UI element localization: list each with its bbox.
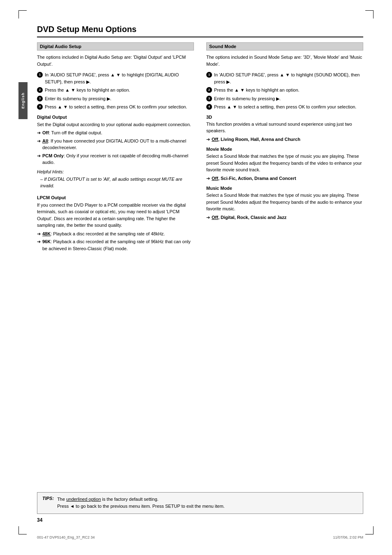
music-mode-options-text: Off, Digital, Rock, Classic and Jazz <box>212 214 286 221</box>
arrow-icon-3: ➔ <box>37 152 41 159</box>
tips-line1: The underlined option is the factory def… <box>57 496 224 503</box>
footer-left: 001-47 DVP5140_Eng_37_RC2 34 <box>37 535 95 539</box>
helpful-hints-text: – If DIGITAL OUTPUT is set to 'All', all… <box>40 176 194 189</box>
right-step-3-text: Enter its submenu by pressing ▶. <box>214 95 281 102</box>
arrow-icon-2: ➔ <box>37 138 41 145</box>
right-steps-list: 1 In 'AUDIO SETUP PAGE', press ▲ ▼ to hi… <box>206 71 363 111</box>
corner-mark-br <box>365 526 374 534</box>
left-step-4-text: Press ▲ ▼ to select a setting, then pres… <box>45 104 187 111</box>
arrow-icon-5: ➔ <box>37 238 41 245</box>
digital-output-desc: Set the Digital output according to your… <box>37 121 194 128</box>
left-step-3-text: Enter its submenu by pressing ▶. <box>45 95 111 102</box>
page-title: DVD Setup Menu Options <box>37 25 363 37</box>
right-step-2-text: Press the ▲ ▼ keys to highlight an optio… <box>214 87 300 94</box>
3d-options-text: Off, Living Room, Hall, Arena and Church <box>212 136 300 143</box>
right-step-number-3: 3 <box>206 96 212 101</box>
corner-mark-tl <box>18 10 27 18</box>
right-step-4-text: Press ▲ ▼ to select a setting, then pres… <box>214 104 356 111</box>
tips-label: TIPS: <box>42 496 54 501</box>
lpcm-output-heading: LPCM Output <box>37 195 194 200</box>
3d-heading: 3D <box>206 115 363 120</box>
digital-output-pcm: ➔ PCM Only: Only if your receiver is not… <box>37 152 194 166</box>
music-mode-heading: Music Mode <box>206 186 363 191</box>
arrow-icon-7: ➔ <box>206 175 210 182</box>
movie-mode-options-text: Off, Sci-Fic, Action, Drama and Concert <box>212 175 296 182</box>
movie-mode-options: ➔ Off, Sci-Fic, Action, Drama and Concer… <box>206 175 363 182</box>
right-step-2: 2 Press the ▲ ▼ keys to highlight an opt… <box>206 87 363 94</box>
tips-content: The underlined option is the factory def… <box>57 496 224 510</box>
left-step-2: 2 Press the ▲ ▼ keys to highlight an opt… <box>37 87 194 94</box>
left-step-4: 4 Press ▲ ▼ to select a setting, then pr… <box>37 104 194 111</box>
language-tab: English <box>18 82 28 119</box>
left-steps-list: 1 In 'AUDIO SETUP PAGE', press ▲ ▼ to hi… <box>37 71 194 111</box>
movie-mode-desc: Select a Sound Mode that matches the typ… <box>206 153 363 173</box>
tips-line2: Press ◄ to go back to the previous menu … <box>57 503 224 510</box>
arrow-icon-4: ➔ <box>37 230 41 237</box>
right-step-number-1: 1 <box>206 72 212 78</box>
content-columns: Digital Audio Setup The options included… <box>37 42 363 253</box>
arrow-icon-8: ➔ <box>206 214 210 221</box>
3d-desc: This function provides a virtual surroun… <box>206 121 363 134</box>
left-intro-text: The options included in Digital Audio Se… <box>37 54 194 67</box>
right-step-number-4: 4 <box>206 104 212 110</box>
step-number-3: 3 <box>37 96 43 101</box>
digital-output-pcm-text: PCM Only: Only if your receiver is not c… <box>42 152 194 166</box>
left-column: Digital Audio Setup The options included… <box>37 42 194 253</box>
tips-box: TIPS: The underlined option is the facto… <box>37 492 363 514</box>
right-step-4: 4 Press ▲ ▼ to select a setting, then pr… <box>206 104 363 111</box>
arrow-icon-6: ➔ <box>206 136 210 143</box>
music-mode-options: ➔ Off, Digital, Rock, Classic and Jazz <box>206 214 363 221</box>
helpful-hints-label: Helpful Hints: <box>37 169 194 174</box>
page-number: 34 <box>37 517 42 523</box>
digital-output-off: ➔ Off: Turn off the digital output. <box>37 129 194 136</box>
lpcm-96k: ➔ 96K: Playback a disc recorded at the s… <box>37 238 194 252</box>
right-step-number-2: 2 <box>206 87 212 93</box>
step-number-1: 1 <box>37 72 43 78</box>
digital-output-all: ➔ All: If you have connected your DIGITA… <box>37 138 194 151</box>
right-step-1: 1 In 'AUDIO SETUP PAGE', press ▲ ▼ to hi… <box>206 71 363 85</box>
music-mode-desc: Select a Sound Mode that matches the typ… <box>206 192 363 212</box>
left-step-3: 3 Enter its submenu by pressing ▶. <box>37 95 194 102</box>
left-step-2-text: Press the ▲ ▼ keys to highlight an optio… <box>45 87 130 94</box>
lpcm-output-desc: If you connect the DVD Player to a PCM c… <box>37 202 194 229</box>
lpcm-96k-text: 96K: Playback a disc recorded at the sam… <box>42 238 194 252</box>
footer-right: 11/07/06, 2:02 PM <box>333 535 363 539</box>
arrow-icon-1: ➔ <box>37 129 41 136</box>
left-step-1: 1 In 'AUDIO SETUP PAGE', press ▲ ▼ to hi… <box>37 71 194 85</box>
3d-options: ➔ Off, Living Room, Hall, Arena and Chur… <box>206 136 363 143</box>
right-intro-text: The options included in Sound Mode Setup… <box>206 54 363 67</box>
lpcm-48k-text: 48K: Playback a disc recorded at the sam… <box>42 230 165 237</box>
footer-info: 001-47 DVP5140_Eng_37_RC2 34 11/07/06, 2… <box>37 535 363 539</box>
corner-mark-bl <box>18 526 27 534</box>
lpcm-48k: ➔ 48K: Playback a disc recorded at the s… <box>37 230 194 237</box>
digital-output-all-text: All: If you have connected your DIGITAL … <box>42 138 194 151</box>
right-column: Sound Mode The options included in Sound… <box>206 42 363 253</box>
step-number-4: 4 <box>37 104 43 110</box>
right-step-1-text: In 'AUDIO SETUP PAGE', press ▲ ▼ to high… <box>214 71 363 85</box>
corner-mark-tr <box>365 10 374 18</box>
right-section-header: Sound Mode <box>206 42 363 51</box>
movie-mode-heading: Movie Mode <box>206 147 363 152</box>
right-step-3: 3 Enter its submenu by pressing ▶. <box>206 95 363 102</box>
left-section-header: Digital Audio Setup <box>37 42 194 51</box>
step-number-2: 2 <box>37 87 43 93</box>
language-tab-label: English <box>21 92 25 109</box>
left-step-1-text: In 'AUDIO SETUP PAGE', press ▲ ▼ to high… <box>45 71 194 85</box>
digital-output-heading: Digital Output <box>37 115 194 120</box>
digital-output-off-text: Off: Turn off the digital output. <box>42 129 102 136</box>
